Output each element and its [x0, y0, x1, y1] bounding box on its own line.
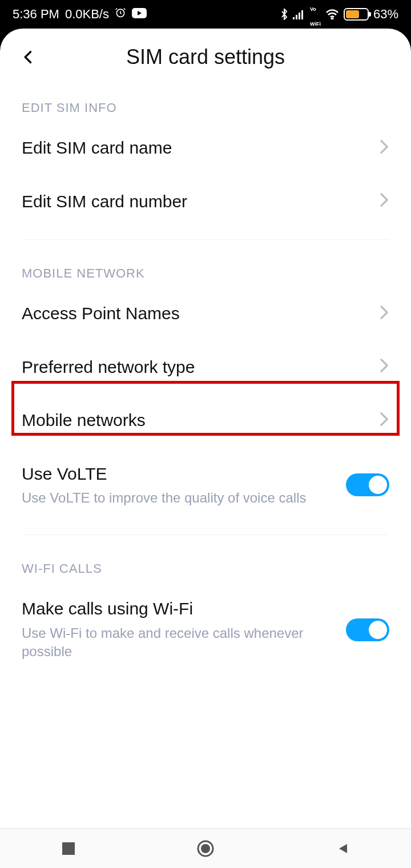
- section-mobile-network-header: MOBILE NETWORK: [0, 251, 411, 287]
- battery-icon: [344, 8, 369, 21]
- nav-home-button[interactable]: [194, 837, 217, 860]
- screen-content: SIM card settings EDIT SIM INFO Edit SIM…: [0, 29, 411, 828]
- mobile-networks-label: Mobile networks: [22, 409, 368, 431]
- wifi-call-toggle[interactable]: [346, 618, 389, 641]
- nav-back-button[interactable]: [331, 837, 354, 860]
- nav-recent-button[interactable]: [57, 837, 80, 860]
- chevron-right-icon: [379, 358, 389, 375]
- svg-rect-3: [296, 15, 297, 19]
- chevron-right-icon: [379, 192, 389, 210]
- chevron-right-icon: [379, 139, 389, 156]
- section-wifi-calls-header: WI-FI CALLS: [0, 546, 411, 582]
- chevron-right-icon: [379, 305, 389, 322]
- volte-subtitle: Use VoLTE to improve the quality of voic…: [22, 489, 335, 507]
- divider: [22, 239, 389, 240]
- page-title: SIM card settings: [0, 45, 411, 69]
- edit-sim-number-row[interactable]: Edit SIM card number: [0, 175, 411, 228]
- divider: [22, 535, 389, 535]
- svg-point-6: [332, 18, 333, 19]
- svg-rect-4: [299, 13, 300, 19]
- status-time: 5:36 PM: [13, 7, 59, 22]
- wifi-call-subtitle: Use Wi-Fi to make and receive calls when…: [22, 624, 335, 661]
- youtube-icon: [132, 7, 147, 22]
- back-button[interactable]: [17, 46, 40, 69]
- bluetooth-icon: [280, 9, 288, 20]
- vowifi-icon: VoWiFi: [310, 0, 321, 29]
- volte-title: Use VoLTE: [22, 463, 335, 485]
- alarm-icon: [115, 7, 126, 22]
- status-net-speed: 0.0KB/s: [65, 7, 109, 22]
- signal-icon: [293, 9, 305, 19]
- status-bar: 5:36 PM 0.0KB/s VoWiFi 63%: [0, 0, 411, 29]
- preferred-network-row[interactable]: Preferred network type: [0, 340, 411, 394]
- battery-percent: 63%: [373, 7, 398, 22]
- apn-label: Access Point Names: [22, 303, 368, 324]
- section-edit-sim-header: EDIT SIM INFO: [0, 86, 411, 121]
- apn-row[interactable]: Access Point Names: [0, 287, 411, 340]
- wifi-icon: [325, 9, 339, 19]
- volte-row[interactable]: Use VoLTE Use VoLTE to improve the quali…: [0, 447, 411, 524]
- edit-sim-number-label: Edit SIM card number: [22, 191, 368, 212]
- edit-sim-name-row[interactable]: Edit SIM card name: [0, 121, 411, 175]
- navigation-bar: [0, 828, 411, 868]
- svg-point-9: [201, 844, 210, 853]
- mobile-networks-row[interactable]: Mobile networks: [0, 393, 411, 447]
- svg-rect-7: [62, 842, 75, 855]
- svg-rect-5: [301, 10, 303, 19]
- svg-rect-2: [293, 17, 295, 19]
- chevron-right-icon: [379, 412, 389, 429]
- preferred-network-label: Preferred network type: [22, 356, 368, 378]
- volte-toggle[interactable]: [346, 473, 389, 496]
- app-header: SIM card settings: [0, 29, 411, 86]
- wifi-call-title: Make calls using Wi-Fi: [22, 598, 335, 620]
- edit-sim-name-label: Edit SIM card name: [22, 137, 368, 159]
- wifi-call-row[interactable]: Make calls using Wi-Fi Use Wi-Fi to make…: [0, 582, 411, 677]
